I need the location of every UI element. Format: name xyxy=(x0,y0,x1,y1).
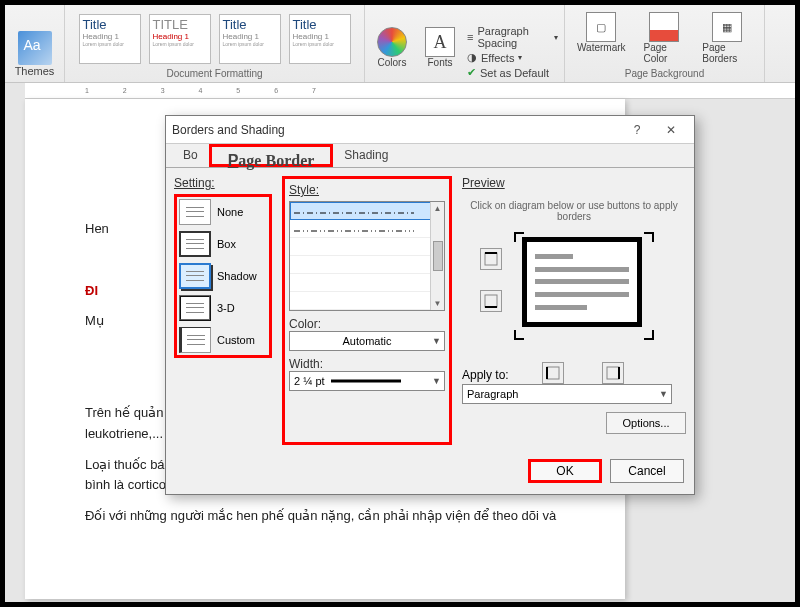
apply-to-dropdown[interactable]: Paragraph▼ xyxy=(462,384,672,404)
doc-formatting-label: Document Formatting xyxy=(166,68,262,79)
svg-rect-7 xyxy=(485,253,497,265)
setting-3d[interactable]: 3-D xyxy=(179,295,267,321)
watermark-button[interactable]: ▢Watermark xyxy=(571,10,632,66)
color-dropdown[interactable]: Automatic▼ xyxy=(289,331,445,351)
style-scrollbar[interactable]: ▲▼ xyxy=(430,202,444,310)
svg-rect-13 xyxy=(607,367,619,379)
dialog-title: Borders and Shading xyxy=(172,123,620,137)
preview-hint: Click on diagram below or use buttons to… xyxy=(462,200,686,222)
chevron-down-icon: ▼ xyxy=(432,336,441,346)
cancel-button[interactable]: Cancel xyxy=(610,459,684,483)
colors-icon xyxy=(377,27,407,57)
tab-page-border[interactable]: Page Border xyxy=(209,144,334,167)
ok-button[interactable]: OK xyxy=(528,459,602,483)
svg-rect-9 xyxy=(485,295,497,307)
style-card[interactable]: TitleHeading 1Lorem ipsum dolor xyxy=(79,14,141,64)
paragraph-spacing-button[interactable]: ≡Paragraph Spacing▾ xyxy=(467,25,558,49)
page-borders-button[interactable]: ▦Page Borders xyxy=(696,10,758,66)
corner-icon xyxy=(514,330,524,340)
setting-none[interactable]: None xyxy=(179,199,267,225)
setting-custom[interactable]: Custom xyxy=(179,327,267,353)
effects-button[interactable]: ◑Effects▾ xyxy=(467,51,558,64)
tab-shading[interactable]: Shading xyxy=(333,144,399,167)
preview-label: Preview xyxy=(462,176,686,190)
fonts-button[interactable]: A Fonts xyxy=(419,25,461,79)
page-color-icon xyxy=(649,12,679,42)
width-dropdown[interactable]: 2 ¼ pt▼ xyxy=(289,371,445,391)
page-bg-label: Page Background xyxy=(625,68,705,79)
page-color-button[interactable]: Page Color xyxy=(638,10,691,66)
themes-button[interactable]: Themes xyxy=(9,29,61,79)
color-label: Color: xyxy=(289,317,445,331)
svg-rect-11 xyxy=(547,367,559,379)
dialog-titlebar: Borders and Shading ? ✕ xyxy=(166,116,694,144)
style-card[interactable]: TitleHeading 1Lorem ipsum dolor xyxy=(219,14,281,64)
themes-label: Themes xyxy=(15,65,55,77)
border-left-button[interactable] xyxy=(542,362,564,384)
page-preview-icon xyxy=(522,237,642,327)
chevron-down-icon: ▼ xyxy=(659,389,668,399)
corner-icon xyxy=(644,330,654,340)
setting-label: Setting: xyxy=(174,176,272,190)
chevron-down-icon: ▼ xyxy=(432,376,441,386)
check-icon: ✔ xyxy=(467,66,476,79)
options-button[interactable]: Options... xyxy=(606,412,686,434)
close-button[interactable]: ✕ xyxy=(654,119,688,141)
horizontal-ruler: 1 2 3 4 5 6 7 xyxy=(25,83,795,99)
style-card[interactable]: TitleHeading 1Lorem ipsum dolor xyxy=(289,14,351,64)
border-top-button[interactable] xyxy=(480,248,502,270)
dialog-tabs: Bo Page Border Shading xyxy=(166,144,694,168)
lines-icon: ≡ xyxy=(467,31,473,43)
width-label: Width: xyxy=(289,357,445,371)
setting-box[interactable]: Box xyxy=(179,231,267,257)
style-label: Style: xyxy=(289,183,445,197)
preview-diagram[interactable] xyxy=(462,232,686,352)
style-listbox[interactable]: ▲▼ xyxy=(289,201,445,311)
colors-button[interactable]: Colors xyxy=(371,25,413,79)
border-bottom-button[interactable] xyxy=(480,290,502,312)
corner-icon xyxy=(644,232,654,242)
themes-icon xyxy=(18,31,52,65)
tab-borders[interactable]: Bo xyxy=(172,144,209,167)
apply-to-label: Apply to: xyxy=(462,368,509,382)
help-button[interactable]: ? xyxy=(620,119,654,141)
watermark-icon: ▢ xyxy=(586,12,616,42)
style-gallery[interactable]: TitleHeading 1Lorem ipsum dolor TITLEHea… xyxy=(75,12,355,66)
fonts-icon: A xyxy=(425,27,455,57)
setting-shadow[interactable]: Shadow xyxy=(179,263,267,289)
style-card[interactable]: TITLEHeading 1Lorem ipsum dolor xyxy=(149,14,211,64)
page-borders-icon: ▦ xyxy=(712,12,742,42)
borders-shading-dialog: Borders and Shading ? ✕ Bo Page Border S… xyxy=(165,115,695,495)
border-right-button[interactable] xyxy=(602,362,624,384)
effects-icon: ◑ xyxy=(467,51,477,64)
ribbon: Themes TitleHeading 1Lorem ipsum dolor T… xyxy=(5,5,795,83)
set-default-button[interactable]: ✔Set as Default xyxy=(467,66,558,79)
